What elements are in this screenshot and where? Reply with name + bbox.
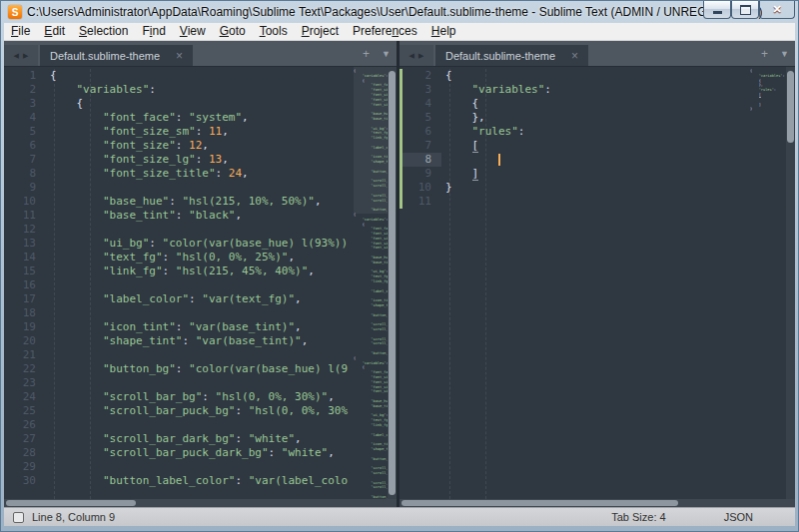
code-line: "font_size": 12, <box>46 139 354 153</box>
menu-item-view[interactable]: View <box>173 23 213 40</box>
tab-label: Default.sublime-theme <box>445 50 555 62</box>
app-window: S C:\Users\Administrator\AppData\Roaming… <box>0 0 799 532</box>
code-line <box>441 153 750 167</box>
menu-bar: FileEditSelectionFindViewGotoToolsProjec… <box>4 23 795 41</box>
horizontal-scrollbar-right[interactable] <box>400 499 795 507</box>
scrollbar-puck[interactable] <box>6 500 136 506</box>
code-line <box>46 181 354 195</box>
vertical-scrollbar-right[interactable] <box>786 67 795 499</box>
diff-added-marker <box>400 69 402 209</box>
line-number: 22 <box>4 362 46 376</box>
menu-item-help[interactable]: Help <box>424 23 463 40</box>
maximize-button[interactable] <box>731 1 759 19</box>
menu-item-file[interactable]: File <box>4 23 37 40</box>
new-tab-icon[interactable]: + <box>755 47 774 61</box>
line-number: 26 <box>4 418 46 432</box>
line-number: 3 <box>400 83 441 97</box>
minimize-button[interactable] <box>703 1 731 19</box>
code-line: "button_label_color": "var(label_colo <box>46 474 354 488</box>
status-indicator-icon[interactable] <box>13 512 24 523</box>
code-line: "font_size_title": 24, <box>46 167 354 181</box>
code-line: "base_tint": "black", <box>46 209 354 223</box>
scrollbar-puck[interactable] <box>401 500 678 506</box>
code-area-left[interactable]: { "variables": { "font_face": "system", … <box>46 67 354 499</box>
line-number: 30 <box>4 474 46 488</box>
nav-forward-icon[interactable]: ▶ <box>418 52 423 60</box>
code-line <box>46 460 354 474</box>
line-number: 9 <box>4 181 46 195</box>
code-area-right[interactable]: { "variables": { }, "rules": [ ]} <box>441 67 750 499</box>
menu-item-project[interactable]: Project <box>295 23 346 40</box>
scrollbar-puck[interactable] <box>389 71 396 495</box>
pane-left: ◀ ▶ Default.sublime-theme × + ▼ 12345678… <box>4 41 397 507</box>
code-line: "label_color": "var(text_fg)", <box>46 292 354 306</box>
status-syntax[interactable]: JSON <box>724 511 753 523</box>
vertical-scrollbar-left[interactable] <box>388 67 397 499</box>
code-line: { <box>46 97 354 111</box>
close-button[interactable]: ✕ <box>759 1 795 19</box>
scrollbar-puck[interactable] <box>787 71 794 143</box>
code-line <box>46 376 354 390</box>
line-number: 29 <box>4 460 46 474</box>
line-number: 20 <box>4 334 46 348</box>
tab-overflow-icon[interactable]: ▼ <box>376 49 397 59</box>
code-line: "rules": <box>441 125 750 139</box>
code-line: "text_fg": "hsl(0, 0%, 25%)", <box>46 251 354 265</box>
line-number: 17 <box>4 292 46 306</box>
horizontal-scrollbar-left[interactable] <box>4 499 397 507</box>
line-number: 27 <box>4 432 46 446</box>
minimize-icon <box>713 11 722 14</box>
code-line: "scroll_bar_bg": "hsl(0, 0%, 30%)", <box>46 390 354 404</box>
window-title: C:\Users\Administrator\AppData\Roaming\S… <box>27 5 762 19</box>
tab-default-sublime-theme[interactable]: Default.sublime-theme × <box>435 45 588 66</box>
line-number: 6 <box>400 125 441 139</box>
code-line: "link_fg": "hsl(215, 45%, 40%)", <box>46 265 354 278</box>
line-number: 4 <box>4 111 46 125</box>
line-number: 10 <box>400 181 441 195</box>
close-tab-icon[interactable]: × <box>571 50 578 62</box>
status-tab-size[interactable]: Tab Size: 4 <box>611 511 665 523</box>
code-line: "scroll_bar_puck_dark_bg": "white", <box>46 446 354 460</box>
minimap-left[interactable]: { "variables": { "font_face": "system", … <box>354 67 388 499</box>
gutter-right: 234567891011 <box>400 67 441 499</box>
menu-item-goto[interactable]: Goto <box>213 23 253 40</box>
caption-buttons: ✕ <box>703 1 795 19</box>
line-number: 12 <box>4 223 46 237</box>
code-line: "ui_bg": "color(var(base_hue) l(93%)) <box>46 237 354 251</box>
tab-bar-left: ◀ ▶ Default.sublime-theme × + ▼ <box>4 41 397 67</box>
menu-item-tools[interactable]: Tools <box>253 23 295 40</box>
menu-item-selection[interactable]: Selection <box>72 23 135 40</box>
editor-group: ◀ ▶ Default.sublime-theme × + ▼ 12345678… <box>4 41 795 507</box>
tab-default-sublime-theme[interactable]: Default.sublime-theme × <box>40 45 193 66</box>
line-number: 2 <box>400 69 441 83</box>
code-line: { <box>441 97 750 111</box>
status-bar: Line 8, Column 9 Tab Size: 4 JSON <box>4 507 795 526</box>
tab-overflow-icon[interactable]: ▼ <box>774 49 795 59</box>
code-line <box>46 306 354 320</box>
code-line: "variables": <box>46 83 354 97</box>
line-number: 11 <box>400 195 441 209</box>
line-number: 15 <box>4 265 46 278</box>
nav-back-icon[interactable]: ◀ <box>409 52 414 60</box>
nav-back-icon[interactable]: ◀ <box>14 52 19 60</box>
code-line: "base_hue": "hsl(215, 10%, 50%)", <box>46 195 354 209</box>
status-cursor-position: Line 8, Column 9 <box>32 511 115 523</box>
code-line: "scroll_bar_dark_bg": "white", <box>46 432 354 446</box>
tab-label: Default.sublime-theme <box>50 50 160 62</box>
menu-item-find[interactable]: Find <box>135 23 172 40</box>
line-number: 19 <box>4 320 46 334</box>
menu-item-preferences[interactable]: Preferences <box>346 23 424 40</box>
tab-nav-box: ◀ ▶ <box>4 45 38 66</box>
title-bar: S C:\Users\Administrator\AppData\Roaming… <box>1 1 798 23</box>
gutter-left: 1234567891011121314151617181920212223242… <box>4 67 46 499</box>
code-line: "font_size_sm": 11, <box>46 125 354 139</box>
sublime-text-logo-icon[interactable]: S <box>8 5 22 19</box>
new-tab-icon[interactable]: + <box>357 47 376 61</box>
nav-forward-icon[interactable]: ▶ <box>23 52 28 60</box>
minimap-right[interactable]: { "variables": { }, "rules": [ ]} <box>750 67 786 499</box>
close-tab-icon[interactable]: × <box>176 50 183 62</box>
tab-nav-box: ◀ ▶ <box>400 45 433 66</box>
line-number: 5 <box>4 125 46 139</box>
menu-item-edit[interactable]: Edit <box>37 23 72 40</box>
pane-right: ◀ ▶ Default.sublime-theme × + ▼ 23456789… <box>400 41 795 507</box>
